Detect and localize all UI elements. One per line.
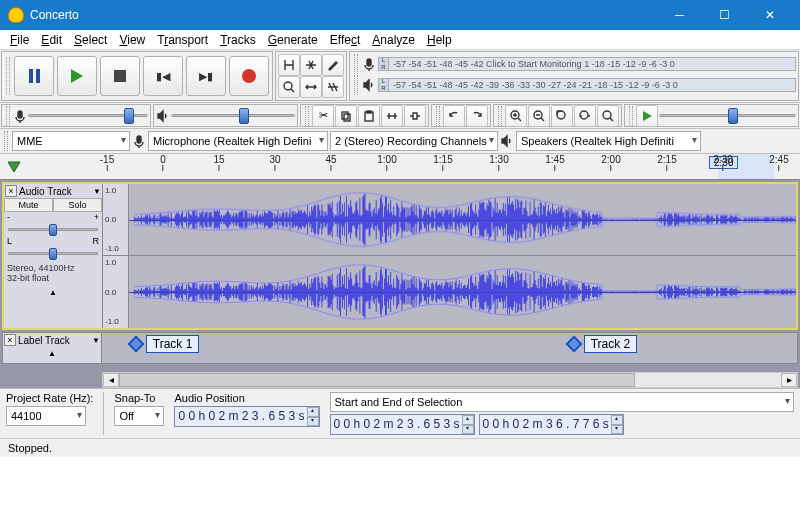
waveform-channel-right[interactable]: 1.00.0-1.0 bbox=[103, 256, 796, 328]
fit-project-button[interactable] bbox=[574, 105, 596, 127]
play-button[interactable] bbox=[57, 56, 97, 96]
track-name[interactable]: Label Track bbox=[18, 335, 92, 346]
play-head-icon[interactable] bbox=[6, 159, 22, 175]
minimize-button[interactable]: ─ bbox=[657, 0, 702, 30]
menu-view[interactable]: View bbox=[113, 31, 151, 49]
recording-channels-select[interactable]: 2 (Stereo) Recording Channels bbox=[330, 131, 498, 151]
label-text[interactable]: Track 2 bbox=[584, 335, 638, 353]
grip-icon[interactable] bbox=[4, 131, 8, 151]
label-marker[interactable]: Track 1 bbox=[130, 335, 200, 353]
label-marker[interactable]: Track 2 bbox=[568, 335, 638, 353]
svg-rect-1 bbox=[367, 59, 371, 66]
multi-tool[interactable] bbox=[322, 76, 344, 98]
playat-panel bbox=[624, 104, 799, 127]
app-icon bbox=[8, 7, 24, 23]
redo-button[interactable] bbox=[466, 105, 488, 127]
grip-icon[interactable] bbox=[6, 57, 10, 95]
play-at-speed-button[interactable] bbox=[636, 105, 658, 127]
timeshift-tool[interactable] bbox=[300, 76, 322, 98]
recording-device-select[interactable]: Microphone (Realtek High Defini bbox=[148, 131, 328, 151]
monitor-hint[interactable]: Click to Start Monitoring bbox=[486, 59, 582, 69]
waveform-channel-left[interactable]: 1.00.0-1.0 bbox=[103, 184, 796, 256]
trim-button[interactable] bbox=[381, 105, 403, 127]
scroll-thumb[interactable] bbox=[119, 373, 635, 387]
paste-button[interactable] bbox=[358, 105, 380, 127]
gain-slider[interactable] bbox=[8, 223, 98, 235]
horizontal-scrollbar[interactable]: ◂ ▸ bbox=[102, 372, 798, 388]
label-track-area[interactable]: Track 1Track 2 bbox=[102, 333, 797, 363]
grip-icon[interactable] bbox=[629, 106, 633, 126]
menu-edit[interactable]: Edit bbox=[35, 31, 68, 49]
recording-volume-slider[interactable] bbox=[28, 108, 148, 124]
skip-end-button[interactable]: ▶▮ bbox=[186, 56, 226, 96]
track-collapse-button[interactable]: ▲ bbox=[4, 286, 102, 299]
solo-button[interactable]: Solo bbox=[53, 198, 102, 212]
grip-icon[interactable] bbox=[354, 54, 358, 74]
zoom-tool[interactable] bbox=[278, 76, 300, 98]
envelope-tool[interactable] bbox=[300, 54, 322, 76]
snap-to-select[interactable]: Off bbox=[114, 406, 164, 426]
copy-button[interactable] bbox=[335, 105, 357, 127]
playback-device-select[interactable]: Speakers (Realtek High Definiti bbox=[516, 131, 701, 151]
grip-icon[interactable] bbox=[436, 106, 440, 126]
menu-effect[interactable]: Effect bbox=[324, 31, 366, 49]
stop-button[interactable] bbox=[100, 56, 140, 96]
fit-selection-button[interactable] bbox=[551, 105, 573, 127]
grip-icon[interactable] bbox=[498, 106, 502, 126]
audio-position-field[interactable]: 0 0 h 0 2 m 2 3 . 6 5 3 s▴▾ bbox=[174, 406, 319, 427]
grip-icon[interactable] bbox=[305, 106, 309, 126]
project-rate-select[interactable]: 44100 bbox=[6, 406, 86, 426]
selection-mode-select[interactable]: Start and End of Selection bbox=[330, 392, 795, 412]
track-name[interactable]: Audio Track bbox=[19, 186, 93, 197]
playback-meter[interactable]: LR -57 -54 -51 -48 -45 -42 -39 -36 -33 -… bbox=[378, 78, 796, 92]
scroll-left-button[interactable]: ◂ bbox=[103, 373, 119, 387]
menu-tracks[interactable]: Tracks bbox=[214, 31, 262, 49]
record-button[interactable] bbox=[229, 56, 269, 96]
menu-select[interactable]: Select bbox=[68, 31, 113, 49]
zoom-in-button[interactable] bbox=[505, 105, 527, 127]
svg-rect-6 bbox=[367, 111, 371, 113]
menu-transport[interactable]: Transport bbox=[151, 31, 214, 49]
menu-help[interactable]: Help bbox=[421, 31, 458, 49]
menu-file[interactable]: File bbox=[4, 31, 35, 49]
skip-start-button[interactable]: ▮◀ bbox=[143, 56, 183, 96]
svg-rect-2 bbox=[18, 111, 22, 118]
track-menu-dropdown[interactable]: ▼ bbox=[93, 187, 101, 196]
close-button[interactable]: ✕ bbox=[747, 0, 792, 30]
playback-speed-slider[interactable] bbox=[659, 108, 796, 124]
draw-tool[interactable] bbox=[322, 54, 344, 76]
selection-start-field[interactable]: 0 0 h 0 2 m 2 3 . 6 5 3 s▴▾ bbox=[330, 414, 475, 435]
maximize-button[interactable]: ☐ bbox=[702, 0, 747, 30]
label-handle-icon[interactable] bbox=[127, 336, 144, 353]
label-text[interactable]: Track 1 bbox=[146, 335, 200, 353]
grip-icon[interactable] bbox=[6, 106, 10, 126]
recording-meter[interactable]: LR -57 -54 -51 -48 -45 -42 Click to Star… bbox=[378, 57, 796, 71]
waveform-area[interactable]: 1.00.0-1.0 1.00.0-1.0 bbox=[103, 184, 796, 328]
track-close-button[interactable]: × bbox=[4, 334, 16, 346]
cut-button[interactable]: ✂ bbox=[312, 105, 334, 127]
pin-area[interactable] bbox=[0, 154, 100, 179]
zoom-toggle-button[interactable] bbox=[597, 105, 619, 127]
track-collapse-button[interactable]: ▲ bbox=[3, 347, 101, 360]
playback-volume-slider[interactable] bbox=[171, 108, 295, 124]
menu-analyze[interactable]: Analyze bbox=[366, 31, 421, 49]
pause-button[interactable] bbox=[14, 56, 54, 96]
track-menu-dropdown[interactable]: ▼ bbox=[92, 336, 100, 345]
menu-generate[interactable]: Generate bbox=[262, 31, 324, 49]
silence-button[interactable] bbox=[404, 105, 426, 127]
grip-icon[interactable] bbox=[354, 75, 358, 95]
svg-point-11 bbox=[603, 111, 611, 119]
pan-slider[interactable] bbox=[8, 247, 98, 259]
mute-button[interactable]: Mute bbox=[4, 198, 53, 212]
undo-button[interactable] bbox=[443, 105, 465, 127]
status-bar: Stopped. bbox=[0, 438, 800, 457]
timeline-ruler[interactable]: 2:30 -1501530451:001:151:301:452:002:152… bbox=[0, 154, 800, 180]
selection-tool[interactable] bbox=[278, 54, 300, 76]
audio-host-select[interactable]: MME bbox=[12, 131, 130, 151]
microphone-icon bbox=[13, 109, 27, 123]
label-handle-icon[interactable] bbox=[565, 336, 582, 353]
zoom-out-button[interactable] bbox=[528, 105, 550, 127]
scroll-right-button[interactable]: ▸ bbox=[781, 373, 797, 387]
selection-end-field[interactable]: 0 0 h 0 2 m 3 6 . 7 7 6 s▴▾ bbox=[479, 414, 624, 435]
track-close-button[interactable]: × bbox=[5, 185, 17, 197]
